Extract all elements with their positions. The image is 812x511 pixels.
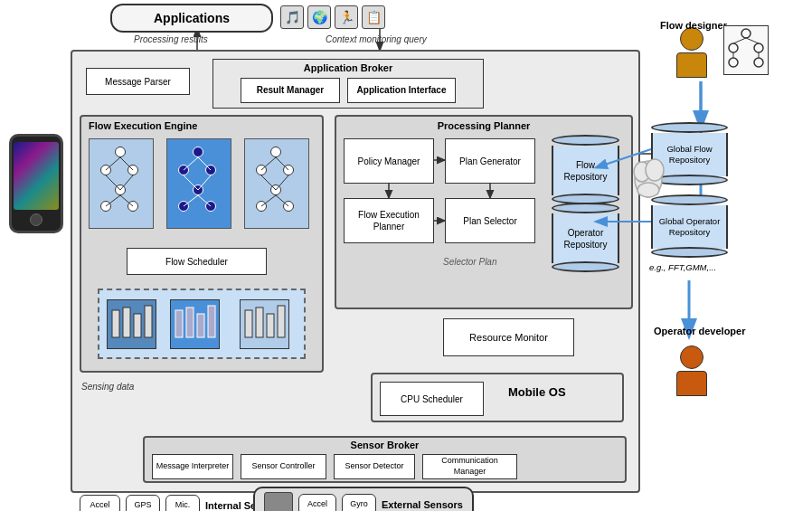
- svg-rect-42: [186, 308, 194, 337]
- svg-line-20: [120, 157, 133, 170]
- svg-line-36: [276, 195, 288, 206]
- plan-generator-box: Plan Generator: [445, 138, 535, 184]
- op-box-1: [107, 299, 156, 349]
- plan-selector-box: Plan Selector: [445, 198, 535, 243]
- design-svg: [724, 26, 768, 73]
- gfr-top: [651, 122, 728, 133]
- svg-line-59: [746, 38, 759, 43]
- op-repo-body: Operator Repository: [552, 213, 619, 263]
- flow-graph-1: [89, 138, 154, 229]
- svg-rect-38: [123, 308, 130, 337]
- svg-rect-46: [256, 308, 263, 337]
- app-icon-4: 📋: [362, 5, 385, 29]
- svg-point-68: [646, 159, 664, 181]
- svg-line-19: [106, 157, 120, 170]
- mobile-os-label: Mobile OS: [508, 385, 566, 399]
- flow-graph-2: [166, 138, 231, 229]
- svg-rect-41: [175, 310, 183, 337]
- pp-label: Processing Planner: [336, 120, 631, 131]
- applications-label: Applications: [154, 10, 230, 26]
- op-svg-1: [110, 303, 154, 346]
- graph-lines-2: [167, 139, 232, 230]
- cpu-scheduler-box: CPU Scheduler: [380, 382, 484, 416]
- svg-line-27: [184, 175, 198, 190]
- sensor-controller-box: Sensor Controller: [241, 454, 326, 479]
- operator-repository: Operator Repository: [552, 203, 619, 272]
- flow-designer-label: Flow designer: [660, 20, 727, 31]
- app-icons: 🎵 🌍 🏃 📋: [280, 5, 385, 29]
- eg-fft-label: e.g., FFT,GMM,...: [649, 262, 716, 272]
- result-manager-box: Result Manager: [241, 78, 340, 103]
- svg-rect-48: [278, 306, 285, 337]
- svg-line-28: [198, 175, 211, 190]
- operator-developer-label: Operator developer: [654, 326, 745, 336]
- ext-sensor-thumb: [264, 492, 293, 511]
- flow-design-icon: [723, 25, 769, 75]
- svg-rect-40: [145, 306, 152, 337]
- op-dev-head: [680, 345, 703, 369]
- app-broker-title: Application Broker: [213, 62, 483, 74]
- svg-point-53: [741, 29, 751, 38]
- message-parser-box: Message Parser: [86, 68, 190, 95]
- app-icon-2: 🌍: [307, 5, 331, 29]
- svg-line-34: [276, 175, 288, 190]
- selector-plan-label: Selector Plan: [443, 257, 496, 267]
- sensor-sub-boxes: Message Interpreter Sensor Controller Se…: [152, 454, 517, 479]
- mic-box: Mic.: [165, 495, 200, 511]
- fee-label: Flow Execution Engine: [89, 120, 197, 131]
- svg-point-57: [754, 58, 763, 67]
- svg-rect-39: [134, 314, 141, 337]
- svg-line-58: [733, 38, 746, 43]
- applications-box: Applications: [110, 4, 273, 33]
- app-icon-3: 🏃: [335, 5, 358, 29]
- broker-sub-boxes: Result Manager Application Interface: [241, 78, 456, 103]
- sensing-data-label: Sensing data: [81, 382, 134, 392]
- gyro-box: Gyro: [342, 494, 376, 511]
- accel-box: Accel: [80, 495, 120, 511]
- svg-point-54: [729, 43, 738, 52]
- svg-rect-44: [208, 306, 215, 337]
- flow-designer-person: [676, 27, 707, 78]
- message-interpreter-box: Message Interpreter: [152, 454, 233, 479]
- svg-rect-37: [112, 310, 119, 337]
- svg-line-25: [184, 157, 198, 170]
- processing-results-label: Processing results: [134, 34, 208, 44]
- svg-line-23: [106, 195, 120, 206]
- resource-monitor-box: Resource Monitor: [443, 318, 574, 356]
- sensor-broker-container: Sensor Broker Message Interpreter Sensor…: [143, 436, 627, 483]
- svg-line-24: [120, 195, 133, 206]
- op-dev-body: [676, 371, 707, 396]
- phone-device: [9, 134, 63, 233]
- cyl-top: [552, 203, 619, 213]
- graph-lines-3: [245, 139, 310, 230]
- flow-execution-planner-box: Flow Execution Planner: [344, 198, 434, 243]
- cyl-bottom2: [552, 261, 619, 272]
- flow-graph-3: [244, 138, 309, 229]
- application-broker-box: Application Broker Result Manager Applic…: [212, 59, 484, 109]
- gps-box: GPS: [126, 495, 160, 511]
- svg-rect-47: [267, 314, 274, 337]
- svg-point-55: [754, 43, 763, 52]
- phone-button: [30, 213, 42, 226]
- flow-repository: Flow Repository: [552, 135, 619, 204]
- phone-screen: [14, 142, 59, 210]
- gor-bottom: [651, 247, 728, 258]
- svg-line-30: [198, 195, 211, 206]
- svg-line-21: [106, 175, 120, 190]
- svg-line-31: [261, 157, 276, 170]
- diagram: Applications 🎵 🌍 🏃 📋 Processing results …: [0, 0, 812, 511]
- global-operator-repository: Global Operator Repository: [651, 194, 728, 258]
- external-sensors-label: External Sensors: [382, 499, 463, 510]
- external-sensors-container: Accel Gyro External Sensors: [253, 487, 474, 511]
- svg-rect-43: [197, 314, 204, 337]
- flow-scheduler-box: Flow Scheduler: [127, 248, 267, 275]
- graph-lines-1: [90, 139, 155, 230]
- svg-line-33: [261, 175, 276, 190]
- op-svg-3: [243, 303, 287, 346]
- accel2-box: Accel: [298, 494, 336, 511]
- op-box-3: [240, 299, 289, 349]
- flow-repo-body: Flow Repository: [552, 146, 619, 195]
- person-body: [676, 52, 707, 78]
- sensor-detector-box: Sensor Detector: [334, 454, 415, 479]
- gor-body: Global Operator Repository: [651, 205, 728, 249]
